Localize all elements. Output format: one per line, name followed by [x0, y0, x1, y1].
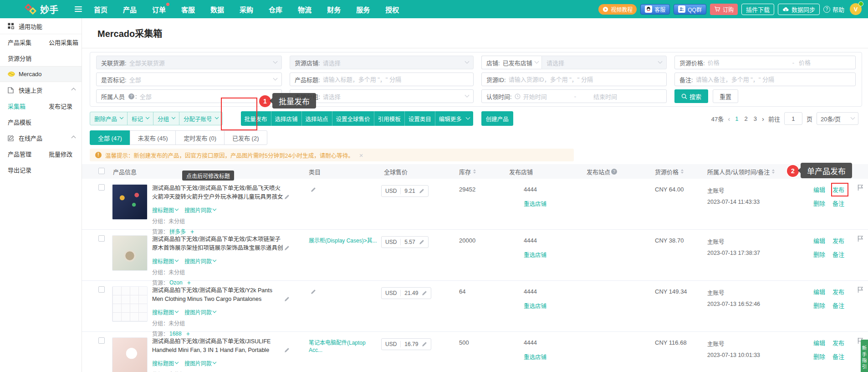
chevron-up-icon[interactable] — [71, 88, 76, 93]
nav-item-logistics[interactable]: 物流 — [298, 5, 311, 14]
edit-price-icon[interactable] — [422, 290, 427, 296]
reset-button[interactable]: 重置 — [713, 89, 738, 103]
edit-category-icon[interactable] — [311, 187, 380, 192]
tab-published[interactable]: 已发布 (2) — [224, 130, 267, 145]
tab-scheduled[interactable]: 定时发布 (0) — [175, 130, 225, 145]
price-min-input[interactable] — [708, 59, 788, 66]
product-title-input[interactable] — [323, 76, 469, 83]
publish-link[interactable]: 发布 — [832, 236, 844, 245]
product-title[interactable]: 测试商品拍下无效/测试商品下单无效/实木项链架子原木首饰展示架挂扣项链展示架饰品… — [152, 235, 283, 253]
publish-link[interactable]: 发布 — [832, 287, 844, 296]
use-template-button[interactable]: 引用模板 — [374, 111, 405, 126]
edit-price-icon[interactable] — [422, 341, 427, 347]
edit-title-icon[interactable] — [284, 296, 290, 302]
edit-title-icon[interactable] — [284, 194, 290, 200]
qq-group-button[interactable]: QQ群 — [674, 4, 706, 15]
remark-link[interactable]: 备注 — [832, 250, 844, 258]
global-price-box[interactable]: USD 16.79 — [381, 338, 431, 350]
select-shop-button[interactable]: 选择店铺 — [271, 111, 302, 126]
search-by-image-link[interactable]: 搜图片同款 — [184, 257, 216, 265]
header-source-price-sortable[interactable]: 货源价格 — [651, 167, 704, 176]
row-checkbox[interactable] — [98, 337, 105, 344]
flag-icon[interactable] — [857, 184, 868, 191]
create-product-button[interactable]: 创建产品 — [481, 111, 513, 126]
tab-all[interactable]: 全部 (47) — [90, 130, 130, 145]
sidebar-section-general[interactable]: 通用功能 — [0, 18, 82, 34]
edit-price-icon[interactable] — [419, 188, 424, 194]
app-logo[interactable]: 妙手 — [25, 3, 58, 16]
nav-item-warehouse[interactable]: 仓库 — [269, 5, 282, 14]
product-title[interactable]: 测试商品拍下无效/测试商品下单无效/Y2k Pants Men Clothing… — [152, 286, 283, 304]
edit-link[interactable]: 编辑 — [813, 185, 825, 194]
nav-item-finance[interactable]: 财务 — [327, 5, 341, 14]
claim-time-range[interactable]: 认领时间: 开始时间 - 结束时间 — [481, 89, 667, 103]
edit-more-button[interactable]: 编辑更多 — [435, 111, 473, 126]
sidebar-item-collect-box[interactable]: 采集箱 — [8, 102, 26, 110]
sidebar-item-product-template[interactable]: 产品模板 — [0, 114, 82, 130]
delete-link[interactable]: 删除 — [813, 352, 825, 361]
source-id-input[interactable] — [509, 76, 662, 83]
reselect-shop-link[interactable]: 重选店铺 — [524, 199, 583, 208]
edit-title-icon[interactable] — [284, 245, 290, 251]
search-by-image-link[interactable]: 搜图片同款 — [184, 308, 216, 316]
search-by-title-link[interactable]: 搜标题图 — [152, 359, 178, 367]
reselect-shop-link[interactable]: 重选店铺 — [524, 301, 583, 310]
edit-category-icon[interactable] — [311, 289, 380, 294]
sidebar-section-quick-listing[interactable]: 快速上货 — [0, 82, 82, 98]
marked-select[interactable]: 是否标记: 全部 — [96, 72, 282, 86]
set-category-button[interactable]: 设置类目 — [405, 111, 435, 126]
edit-link[interactable]: 编辑 — [813, 287, 825, 296]
source-id-field[interactable]: 货源ID: — [481, 72, 667, 86]
order-subscribe-button[interactable]: 订购 — [710, 4, 738, 15]
page-number-3[interactable]: 3 — [753, 115, 758, 122]
set-global-price-button[interactable]: 设置全球售价 — [332, 111, 374, 126]
next-page-arrow[interactable]: › — [762, 115, 764, 123]
price-max-input[interactable] — [799, 59, 856, 66]
edit-link[interactable]: 编辑 — [813, 236, 825, 245]
prev-page-arrow[interactable]: ‹ — [728, 115, 730, 123]
reselect-shop-link[interactable]: 重选店铺 — [524, 352, 583, 361]
data-sync-button[interactable]: 数据同步 — [778, 4, 820, 15]
nav-item-product[interactable]: 产品 — [123, 5, 137, 14]
select-all-checkbox[interactable] — [98, 168, 105, 174]
header-stock-sortable[interactable]: 库存 — [455, 167, 505, 176]
flag-icon[interactable] — [857, 235, 868, 242]
global-price-box[interactable]: USD 5.57 — [381, 236, 429, 248]
sidebar-section-online-products[interactable]: 在线产品 — [0, 130, 82, 146]
goto-page-input[interactable] — [784, 112, 802, 125]
local-group-select[interactable]: 本地分组: 请选择 — [290, 89, 474, 103]
tab-unpublished[interactable]: 未发布 (45) — [130, 130, 176, 145]
sort-icon[interactable] — [681, 169, 684, 174]
publish-link[interactable]: 发布 — [832, 338, 844, 347]
notice-close-icon[interactable]: × — [359, 151, 363, 159]
product-title-field[interactable]: 产品标题: — [290, 72, 474, 86]
product-image[interactable] — [112, 286, 148, 322]
mark-button[interactable]: 标记 — [127, 112, 153, 125]
category-link[interactable]: 笔记本电脑配件(Laptop Acc... — [309, 339, 377, 354]
remark-field[interactable]: 备注: — [674, 72, 856, 86]
nav-item-customer-service[interactable]: 客服 — [181, 5, 195, 14]
group-button[interactable]: 分组 — [153, 112, 179, 125]
delete-product-button[interactable]: 删除产品 — [90, 112, 128, 125]
search-button[interactable]: 搜索 — [674, 89, 708, 103]
qq-support-button[interactable]: 客服 — [640, 4, 670, 15]
page-number-1[interactable]: 1 — [734, 115, 739, 122]
sidebar-item-product-collect[interactable]: 产品采集 — [8, 38, 31, 46]
search-by-title-link[interactable]: 搜标题图 — [152, 308, 178, 316]
plugin-download-button[interactable]: 插件下载 — [741, 4, 774, 15]
delete-link[interactable]: 删除 — [813, 199, 825, 207]
nav-item-services[interactable]: 服务 — [356, 5, 370, 14]
sort-icon[interactable] — [772, 169, 775, 174]
chevron-up-icon[interactable] — [71, 136, 76, 140]
global-price-box[interactable]: USD 9.21 — [381, 185, 429, 197]
product-image[interactable] — [112, 184, 148, 220]
edit-link[interactable]: 编辑 — [813, 338, 825, 347]
newbie-guide-tab[interactable]: 新手指引 — [861, 340, 868, 372]
search-by-title-link[interactable]: 搜标题图 — [152, 257, 178, 265]
source-shop-select[interactable]: 货源店铺: 请选择 — [290, 56, 474, 69]
sidebar-item-product-manage[interactable]: 产品管理 — [8, 150, 31, 158]
search-by-title-link[interactable]: 搜标题图 — [152, 206, 178, 214]
nav-item-home[interactable]: 首页 — [94, 5, 107, 14]
reselect-shop-link[interactable]: 重选店铺 — [524, 250, 583, 259]
delete-link[interactable]: 删除 — [813, 250, 825, 258]
